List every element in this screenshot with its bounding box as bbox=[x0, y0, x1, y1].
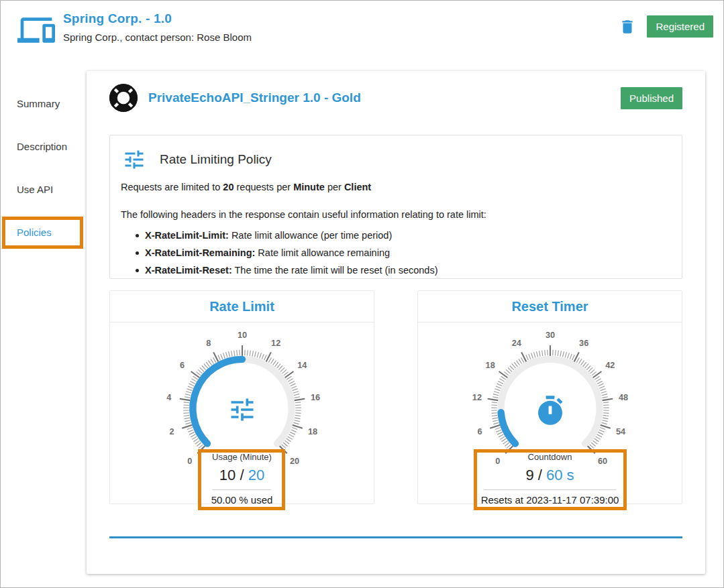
sidebar-item-policies[interactable]: Policies bbox=[17, 227, 87, 239]
policy-summary: Requests are limited to 20 requests per … bbox=[121, 181, 671, 194]
sidebar-item-summary[interactable]: Summary bbox=[17, 98, 87, 110]
status-badge-registered: Registered bbox=[647, 15, 713, 38]
gauge-title: Rate Limit bbox=[110, 291, 374, 322]
svg-text:2: 2 bbox=[169, 426, 174, 436]
svg-text:12: 12 bbox=[271, 338, 280, 348]
subscription-detail-card: PrivateEchoAPI_Stringer 1.0 - Gold Publi… bbox=[87, 71, 705, 574]
countdown-stats: Countdown 9 / 60 s Resets at 2023-11-17 … bbox=[481, 452, 619, 506]
svg-text:4: 4 bbox=[166, 392, 172, 402]
sidebar: Summary Description Use API Policies bbox=[1, 61, 87, 574]
svg-text:14: 14 bbox=[297, 360, 307, 370]
list-item: X-RateLimit-Limit: Rate limit allowance … bbox=[136, 230, 671, 241]
stat-value: 9 / 60 s bbox=[481, 467, 619, 484]
stat-footer: Resets at 2023-11-17 07:39:00 bbox=[481, 494, 619, 506]
application-title: Spring Corp. - 1.0 bbox=[63, 11, 252, 26]
header-actions: Registered bbox=[619, 15, 713, 38]
reset-timer-gauge-card: Reset Timer 06121824303642485460 Countdo… bbox=[417, 290, 682, 504]
api-title: PrivateEchoAPI_Stringer 1.0 - Gold bbox=[148, 91, 361, 105]
svg-text:30: 30 bbox=[545, 330, 554, 340]
gauge-title: Reset Timer bbox=[418, 291, 682, 322]
svg-text:6: 6 bbox=[477, 426, 482, 436]
stat-value: 10 / 20 bbox=[211, 467, 273, 484]
lifebuoy-icon bbox=[109, 84, 138, 112]
svg-text:36: 36 bbox=[579, 338, 588, 348]
svg-text:12: 12 bbox=[472, 392, 481, 402]
tune-icon bbox=[227, 395, 257, 424]
blue-divider bbox=[109, 536, 682, 538]
timer-icon bbox=[534, 395, 566, 427]
application-header: Spring Corp. - 1.0 Spring Corp., contact… bbox=[1, 1, 723, 61]
status-badge-published: Published bbox=[621, 87, 682, 109]
tune-icon bbox=[122, 148, 146, 172]
divider bbox=[212, 489, 271, 490]
svg-text:0: 0 bbox=[187, 456, 192, 466]
application-title-block: Spring Corp. - 1.0 Spring Corp., contact… bbox=[63, 10, 252, 43]
gauges-row: Rate Limit 02468101214161820 Usage (Minu… bbox=[109, 290, 682, 504]
rate-limiting-policy-panel: Rate Limiting Policy Requests are limite… bbox=[109, 135, 682, 279]
usage-stats: Usage (Minute) 10 / 20 50.00 % used bbox=[211, 452, 273, 506]
stat-label: Countdown bbox=[481, 452, 619, 462]
svg-text:10: 10 bbox=[237, 330, 246, 340]
svg-text:8: 8 bbox=[206, 338, 211, 348]
stat-footer: 50.00 % used bbox=[211, 494, 273, 506]
svg-text:20: 20 bbox=[290, 456, 299, 466]
devices-icon bbox=[17, 11, 55, 49]
policy-header: Rate Limiting Policy bbox=[121, 142, 671, 174]
svg-text:42: 42 bbox=[605, 360, 615, 370]
list-item: X-RateLimit-Remaining: Rate limit allowa… bbox=[136, 247, 671, 258]
application-details-page: { "colors": { "accent_blue": "#2e96d5", … bbox=[0, 0, 724, 588]
svg-text:54: 54 bbox=[615, 426, 625, 436]
stat-label: Usage (Minute) bbox=[211, 452, 273, 462]
svg-text:18: 18 bbox=[307, 426, 317, 436]
policy-headers-intro: The following headers in the response co… bbox=[121, 209, 671, 222]
sidebar-item-description[interactable]: Description bbox=[17, 141, 87, 153]
content-row: Summary Description Use API Policies bbox=[1, 61, 723, 574]
svg-text:18: 18 bbox=[485, 360, 495, 370]
rate-limit-gauge-card: Rate Limit 02468101214161820 Usage (Minu… bbox=[109, 290, 374, 504]
api-header-row: PrivateEchoAPI_Stringer 1.0 - Gold Publi… bbox=[109, 84, 682, 112]
application-subtitle: Spring Corp., contact person: Rose Bloom bbox=[63, 32, 252, 43]
sidebar-item-use-api[interactable]: Use API bbox=[17, 184, 87, 196]
svg-text:6: 6 bbox=[180, 360, 185, 370]
policy-title: Rate Limiting Policy bbox=[160, 152, 272, 167]
svg-text:48: 48 bbox=[619, 392, 628, 402]
svg-text:16: 16 bbox=[311, 392, 320, 402]
list-item: X-RateLimit-Reset: The time the rate lim… bbox=[136, 265, 671, 276]
policy-header-list: X-RateLimit-Limit: Rate limit allowance … bbox=[136, 230, 671, 276]
svg-text:24: 24 bbox=[511, 338, 521, 348]
divider bbox=[484, 489, 616, 490]
trash-icon[interactable] bbox=[619, 18, 636, 36]
